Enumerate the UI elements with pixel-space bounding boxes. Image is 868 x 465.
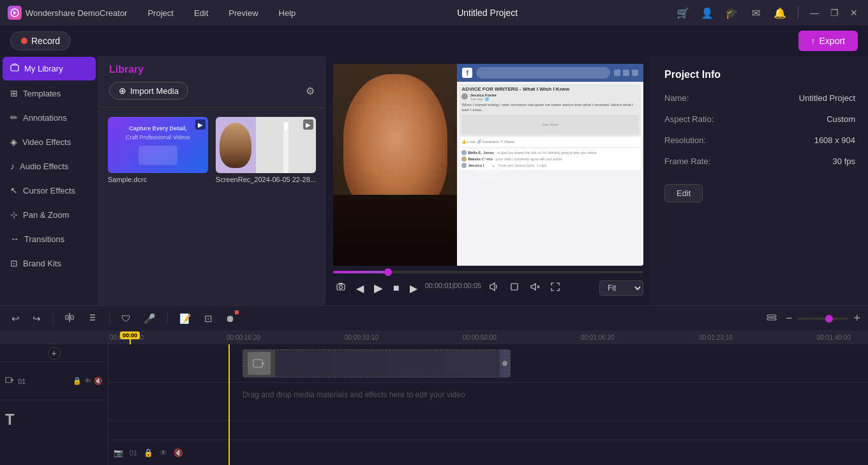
- sidebar-label-my-library: My Library: [24, 64, 63, 73]
- maximize-button[interactable]: ❐: [828, 5, 841, 20]
- note-button[interactable]: 📝: [176, 310, 195, 327]
- ruler-mark-2: 00:00:33:10: [345, 334, 378, 341]
- app-name-text: Wondershare DemoCreator: [26, 8, 127, 18]
- record-clip-button[interactable]: ⏺: [221, 310, 239, 326]
- menu-help[interactable]: Help: [274, 6, 301, 20]
- sidebar-item-cursor-effects[interactable]: ↖ Cursor Effects: [3, 179, 96, 202]
- menu-bar: Wondershare DemoCreator Project Edit Pre…: [0, 0, 868, 26]
- menu-project[interactable]: Project: [142, 6, 178, 20]
- record-button[interactable]: Record: [10, 31, 71, 50]
- video-track-eye-icon[interactable]: 👁: [84, 377, 91, 385]
- mic-button[interactable]: 🎤: [140, 310, 160, 327]
- ruler-mark-5: 00:01:23:10: [699, 334, 733, 341]
- preview-controls: ◀ ▶ ■ ▶ 00:00:01 | 00:00:05: [333, 271, 643, 298]
- screenshot-button[interactable]: [333, 279, 348, 297]
- undo-button[interactable]: ↩: [8, 310, 24, 327]
- motion-button[interactable]: ⊡: [200, 310, 216, 327]
- svg-rect-9: [66, 316, 68, 319]
- annotations-icon: ✏: [10, 112, 18, 123]
- crop-button[interactable]: [507, 279, 522, 297]
- library-title: Library: [109, 64, 315, 75]
- menu-preview[interactable]: Preview: [223, 6, 263, 20]
- export-button[interactable]: ↑ Export: [798, 31, 858, 51]
- svg-rect-18: [253, 360, 262, 367]
- shield-button[interactable]: 🛡: [117, 310, 135, 326]
- track-bottom-eye-icon[interactable]: 👁: [160, 448, 167, 457]
- ruler-mark-6: 00:01:40:00: [817, 334, 851, 341]
- track-bottom-mute-icon[interactable]: 🔇: [174, 448, 183, 457]
- fit-select[interactable]: Fit 100% 50%: [599, 280, 643, 296]
- sidebar-item-my-library[interactable]: My Library: [3, 57, 96, 80]
- redo-button[interactable]: ↪: [29, 310, 45, 327]
- toolbar-divider-3: [167, 312, 168, 325]
- video-track-buttons: 🔒 👁 🔇: [73, 377, 103, 385]
- close-button[interactable]: ✕: [848, 5, 860, 20]
- video-shoulder: [333, 195, 457, 266]
- playhead-ruler-indicator: 00:00: [120, 332, 140, 344]
- volume-button[interactable]: [486, 279, 502, 297]
- video-person-area: [333, 64, 457, 266]
- sidebar-label-audio-effects: Audio Effects: [20, 162, 68, 171]
- tracks-rows: Drag and drop media materials and effect…: [108, 344, 868, 465]
- zoom-in-button[interactable]: +: [853, 312, 860, 325]
- bell-icon[interactable]: 🔔: [771, 4, 789, 22]
- progress-bar[interactable]: [333, 271, 643, 273]
- media-card-sample[interactable]: Capture Every Detail, Craft Professional…: [108, 117, 208, 296]
- timeline-settings-button[interactable]: [763, 310, 781, 327]
- sidebar-item-pan-zoom[interactable]: ⊹ Pan & Zoom: [3, 203, 96, 226]
- project-info-edit-button[interactable]: Edit: [664, 184, 703, 202]
- menu-edit[interactable]: Edit: [189, 6, 213, 20]
- track-bottom-lock-icon[interactable]: 🔒: [144, 448, 153, 457]
- minimize-button[interactable]: —: [807, 5, 821, 20]
- sidebar-item-annotations[interactable]: ✏ Annotations: [3, 106, 96, 129]
- clip-thumbnail: [243, 350, 275, 377]
- sidebar-item-brand-kits[interactable]: ⊡ Brand Kits: [3, 252, 96, 275]
- cap-icon[interactable]: 🎓: [722, 4, 740, 22]
- play-triangle-icon: [484, 158, 495, 171]
- prev-frame-button[interactable]: ◀: [354, 280, 366, 297]
- timeline-body: + 01 🔒 👁 🔇 T 00:0: [0, 332, 868, 465]
- total-time: 00:00:05: [454, 282, 481, 289]
- import-media-button[interactable]: ⊕ Import Media: [109, 82, 188, 100]
- video-track-lock-icon[interactable]: 🔒: [73, 377, 82, 385]
- mail-icon[interactable]: ✉: [747, 4, 765, 22]
- zoom-slider-thumb[interactable]: [825, 315, 833, 323]
- video-track-mute-icon[interactable]: 🔇: [94, 377, 103, 385]
- import-plus-icon: ⊕: [119, 86, 126, 96]
- next-frame-button[interactable]: ▶: [407, 280, 420, 297]
- play-button[interactable]: ▶: [371, 278, 385, 298]
- video-clip[interactable]: [243, 349, 511, 377]
- ripple-button[interactable]: [84, 310, 101, 327]
- sidebar-item-video-effects[interactable]: ◈ Video Effects: [3, 130, 96, 153]
- ruler-mark-1: 00:00:16:20: [227, 334, 260, 341]
- play-overlay-button[interactable]: [473, 149, 504, 180]
- split-button[interactable]: [61, 310, 79, 327]
- library-header: Library ⊕ Import Media ⚙: [99, 56, 325, 108]
- media-card-screenrec[interactable]: ▶ ScreenRec_2024-06-05 22-28...: [216, 117, 316, 296]
- menu-divider: [798, 6, 798, 19]
- project-info-aspect-row: Aspect Ratio: Custom: [664, 114, 855, 124]
- sidebar-item-transitions[interactable]: ↔ Transitions: [3, 227, 96, 250]
- add-track-button[interactable]: +: [48, 347, 61, 360]
- filter-button[interactable]: ⚙: [306, 85, 315, 97]
- project-title: Untitled Project: [311, 8, 664, 18]
- timeline-toolbar: ↩ ↪ 🛡 🎤 📝 ⊡ ⏺ − +: [0, 306, 868, 332]
- svg-rect-2: [337, 284, 345, 290]
- stop-button[interactable]: ■: [391, 280, 402, 296]
- sidebar-label-annotations: Annotations: [23, 113, 67, 123]
- pan-zoom-icon: ⊹: [10, 210, 18, 220]
- svg-marker-4: [490, 283, 495, 291]
- project-info-aspect-value: Custom: [827, 114, 855, 124]
- zoom-out-button[interactable]: −: [786, 312, 793, 325]
- mute-button[interactable]: [527, 279, 542, 297]
- project-info-panel: Project Info Name: Untitled Project Aspe…: [651, 56, 868, 305]
- track-bottom-camera-icon[interactable]: 📷: [114, 448, 123, 457]
- user-icon[interactable]: 👤: [698, 4, 716, 22]
- project-info-name-value: Untitled Project: [799, 93, 855, 103]
- progress-thumb: [384, 268, 392, 276]
- fullscreen-button[interactable]: [548, 279, 563, 297]
- shopping-icon[interactable]: 🛒: [674, 4, 692, 22]
- sidebar-item-audio-effects[interactable]: ♪ Audio Effects: [3, 155, 96, 178]
- sidebar-item-templates[interactable]: ⊞ Templates: [3, 82, 96, 105]
- playhead-time-badge: 00:00: [120, 332, 140, 339]
